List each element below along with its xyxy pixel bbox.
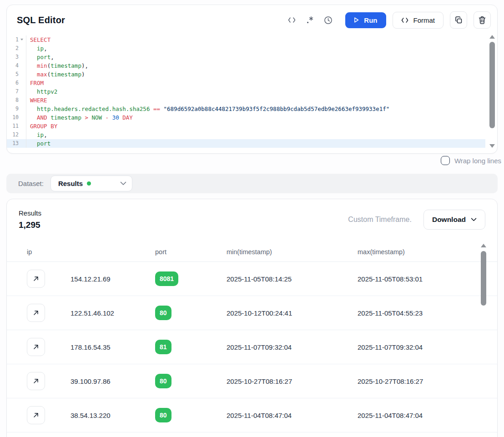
column-header-ip: ip [27,248,155,256]
code-line[interactable]: 4 min(timestamp), [7,61,485,70]
dataset-label: Dataset: [18,180,44,187]
code-text: FROM [26,79,485,87]
fold-slot [19,131,26,139]
copy-button[interactable] [450,11,467,29]
fold-slot [19,96,26,105]
scroll-up-icon[interactable] [489,35,495,39]
fold-slot [19,122,26,131]
run-button-label: Run [364,16,377,24]
port-cell: 81 [155,340,227,354]
open-details-button[interactable] [27,270,45,288]
fold-toggle-icon[interactable] [19,35,26,44]
open-details-button[interactable] [27,338,45,356]
code-line[interactable]: 8WHERE [7,96,485,105]
play-icon [353,16,360,24]
code-line[interactable]: 13 port [7,139,485,148]
min-timestamp-value: 2025-11-07T09:32:04 [227,343,358,351]
fold-slot [19,53,26,61]
open-details-button[interactable] [27,372,45,390]
editor-scrollbar-thumb[interactable] [489,42,495,128]
dataset-select[interactable]: Results [50,176,132,191]
line-number: 12 [7,131,19,139]
ip-value: 154.12.21.69 [71,275,111,283]
code-line[interactable]: 11GROUP BY [7,122,485,131]
table-row: 39.100.97.86802025-10-27T08:16:272025-10… [7,364,497,398]
page-title: SQL Editor [17,15,65,25]
code-editor[interactable]: 1SELECT2 ip,3 port,4 min(timestamp),5 ma… [7,33,497,152]
results-title: Results [19,209,41,217]
delete-button[interactable] [474,11,491,29]
max-timestamp-value: 2025-11-07T09:32:04 [358,343,465,351]
regex-icon[interactable] [304,14,316,26]
open-arrow-icon [32,275,40,282]
port-cell: 8081 [155,271,227,286]
code-line[interactable]: 1SELECT [7,35,485,44]
sql-editor-panel: SQL Editor Run Format [6,5,498,154]
trash-icon [478,16,486,25]
editor-toolbar: Run Format [286,11,491,29]
port-badge: 81 [155,340,171,354]
scroll-down-icon[interactable] [489,144,495,148]
ip-cell: 39.100.97.86 [27,372,155,390]
results-table: ip port min(timestamp) max(timestamp) 15… [7,242,497,432]
wrap-long-lines-checkbox[interactable] [441,156,450,165]
table-header: ip port min(timestamp) max(timestamp) [7,242,497,262]
ip-value: 178.16.54.35 [71,343,111,351]
code-line[interactable]: 2 ip, [7,44,485,53]
column-header-min-timestamp: min(timestamp) [227,248,358,256]
editor-scrollbar[interactable] [489,35,495,148]
code-line[interactable]: 12 ip, [7,131,485,139]
line-number: 8 [7,96,19,105]
code-text: ip, [26,131,485,139]
code-line[interactable]: 3 port, [7,53,485,61]
fold-slot [19,113,26,122]
scroll-up-icon[interactable] [481,244,486,247]
open-details-button[interactable] [27,304,45,322]
results-header: Results 1,295 Custom Timeframe. Download [7,209,497,230]
timeframe-label: Custom Timeframe. [348,216,412,224]
code-line[interactable]: 7 httpv2 [7,87,485,96]
ip-value: 38.54.13.220 [71,412,111,419]
line-number: 3 [7,53,19,61]
max-timestamp-value: 2025-11-04T08:47:04 [358,412,465,419]
results-panel: Results 1,295 Custom Timeframe. Download… [6,199,498,437]
table-scrollbar-thumb[interactable] [481,251,486,306]
code-line[interactable]: 10 AND timestamp > NOW - 30 DAY [7,113,485,122]
ip-cell: 38.54.13.220 [27,406,155,424]
code-text: ip, [26,44,485,53]
line-number: 7 [7,87,19,96]
download-button-label: Download [432,216,466,224]
line-number: 4 [7,61,19,70]
port-cell: 80 [155,374,227,388]
open-arrow-icon [32,343,40,351]
code-lines: 1SELECT2 ip,3 port,4 min(timestamp),5 ma… [7,35,485,148]
fold-slot [19,139,26,148]
code-line[interactable]: 5 max(timestamp) [7,70,485,79]
line-number: 2 [7,44,19,53]
port-cell: 80 [155,408,227,422]
ip-value: 122.51.46.102 [71,309,114,317]
code-line[interactable]: 6FROM [7,79,485,87]
code-text: httpv2 [26,87,485,96]
chevron-down-icon [120,181,126,186]
code-snippets-icon[interactable] [286,15,297,25]
line-number: 11 [7,122,19,131]
fold-slot [19,105,26,113]
table-scrollbar[interactable] [480,244,486,306]
open-details-button[interactable] [27,406,45,424]
code-text: SELECT [26,35,485,44]
history-icon[interactable] [322,14,334,26]
fold-slot [19,87,26,96]
max-timestamp-value: 2025-11-05T04:55:23 [358,309,465,317]
port-badge: 80 [155,408,171,422]
dataset-bar: Dataset: Results [6,174,498,193]
code-line[interactable]: 9 http.headers.redacted.hash.sha256 == "… [7,105,485,113]
format-button[interactable]: Format [393,12,444,29]
download-button[interactable]: Download [423,210,485,230]
table-row: 38.54.13.220802025-11-04T08:47:042025-11… [7,398,497,432]
min-timestamp-value: 2025-10-12T00:24:41 [227,309,358,317]
wrap-long-lines-label: Wrap long lines [454,157,501,165]
max-timestamp-value: 2025-10-27T08:16:27 [358,377,465,385]
run-button[interactable]: Run [345,12,386,28]
min-timestamp-value: 2025-11-05T08:14:25 [227,275,358,283]
